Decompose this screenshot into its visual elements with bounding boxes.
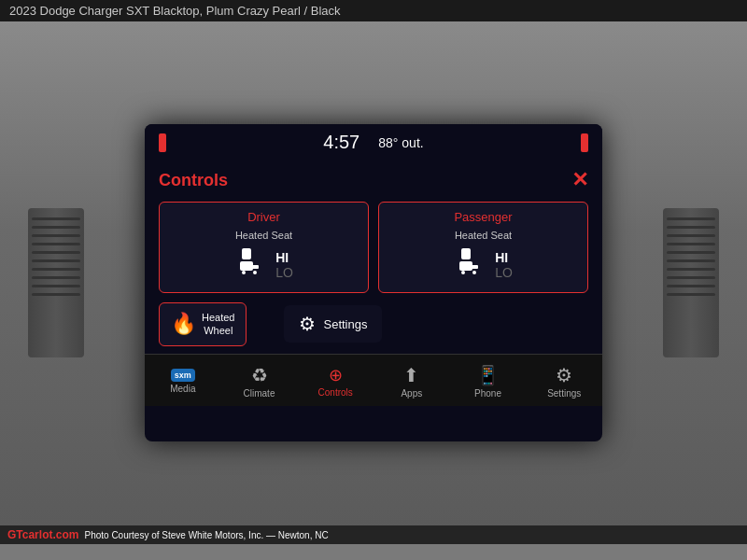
nav-item-apps[interactable]: ⬆ Apps <box>374 360 450 402</box>
nav-label-controls: Controls <box>318 387 353 398</box>
left-vent <box>28 208 84 357</box>
passenger-hi: HI <box>495 250 508 265</box>
driver-seat-icon-row: HI LO <box>167 245 360 285</box>
climate-icon: ♻ <box>251 364 268 386</box>
nav-item-climate[interactable]: ♻ Climate <box>221 360 298 402</box>
sxm-badge: sxm <box>171 369 195 382</box>
bottom-nav: sxm Media ♻ Climate ⊕ Controls ⬆ Apps 📱 … <box>145 354 602 406</box>
svg-rect-7 <box>471 265 478 269</box>
apps-icon: ⬆ <box>403 364 419 386</box>
driver-hi: HI <box>275 250 289 265</box>
temperature: 88° out. <box>378 135 423 150</box>
passenger-hi-lo: HI LO <box>495 250 513 280</box>
heated-wheel-icon: 🔥 <box>171 312 196 336</box>
nav-item-settings[interactable]: ⚙ Settings <box>526 360 602 402</box>
phone-icon: 📱 <box>476 364 500 386</box>
status-bar: 4:57 88° out. <box>145 124 602 161</box>
indicator-right <box>581 133 588 152</box>
nav-item-phone[interactable]: 📱 Phone <box>450 360 527 402</box>
footer-text: Photo Courtesy of Steve White Motors, In… <box>84 530 328 540</box>
passenger-lo: LO <box>495 265 513 280</box>
heated-wheel-button[interactable]: 🔥 HeatedWheel <box>159 302 247 346</box>
infotainment-screen: 4:57 88° out. Controls ✕ Driver Heated S… <box>145 124 602 441</box>
settings-gear-icon: ⚙ <box>299 313 316 335</box>
driver-lo: LO <box>275 265 293 280</box>
nav-label-settings: Settings <box>547 388 581 399</box>
svg-rect-0 <box>242 248 251 259</box>
svg-point-3 <box>242 271 246 274</box>
clock: 4:57 <box>323 132 359 153</box>
svg-rect-2 <box>251 265 259 269</box>
nav-item-controls[interactable]: ⊕ Controls <box>297 360 374 402</box>
driver-seat-icon <box>234 245 268 285</box>
page-title-bar: 2023 Dodge Charger SXT Blacktop, Plum Cr… <box>0 0 747 21</box>
svg-rect-1 <box>240 261 253 271</box>
seat-controls: Driver Heated Seat <box>159 202 588 293</box>
right-vent <box>663 208 719 357</box>
indicator-left <box>159 133 166 152</box>
driver-hi-lo: HI LO <box>275 250 293 280</box>
svg-point-9 <box>472 271 476 274</box>
driver-label: Driver <box>167 210 360 224</box>
footer-bar: GTcarlot.com Photo Courtesy of Steve Whi… <box>0 525 747 544</box>
page-title: 2023 Dodge Charger SXT Blacktop, Plum Cr… <box>9 4 341 18</box>
close-button[interactable]: ✕ <box>571 168 588 192</box>
svg-point-4 <box>253 271 257 274</box>
driver-heated-label: Heated Seat <box>167 230 360 241</box>
controls-icon: ⊕ <box>329 365 343 385</box>
controls-title: Controls <box>159 171 228 190</box>
controls-header: Controls ✕ <box>159 168 588 192</box>
passenger-seat-icon-row: HI LO <box>387 245 580 285</box>
nav-label-media: Media <box>170 384 195 394</box>
nav-label-phone: Phone <box>474 388 501 399</box>
heated-wheel-label: HeatedWheel <box>202 311 234 338</box>
svg-point-8 <box>461 271 465 274</box>
svg-rect-5 <box>461 248 471 259</box>
svg-rect-6 <box>459 261 472 271</box>
driver-panel[interactable]: Driver Heated Seat <box>159 202 369 293</box>
passenger-seat-icon <box>454 245 487 285</box>
nav-item-media[interactable]: sxm Media <box>145 360 221 402</box>
passenger-label: Passenger <box>387 210 580 224</box>
gtcarlot-logo: GTcarlot.com <box>7 528 78 541</box>
controls-area: Controls ✕ Driver Heated Seat <box>145 161 602 354</box>
settings-button[interactable]: ⚙ Settings <box>284 305 382 343</box>
nav-label-apps: Apps <box>401 388 422 399</box>
nav-label-climate: Climate <box>244 388 275 399</box>
bottom-row: 🔥 HeatedWheel ⚙ Settings <box>159 302 588 346</box>
settings-label: Settings <box>323 317 367 331</box>
nav-settings-icon: ⚙ <box>556 364 572 386</box>
passenger-heated-label: Heated Seat <box>387 230 580 241</box>
car-interior: 4:57 88° out. Controls ✕ Driver Heated S… <box>0 21 747 544</box>
passenger-panel[interactable]: Passenger Heated Seat <box>378 202 588 293</box>
